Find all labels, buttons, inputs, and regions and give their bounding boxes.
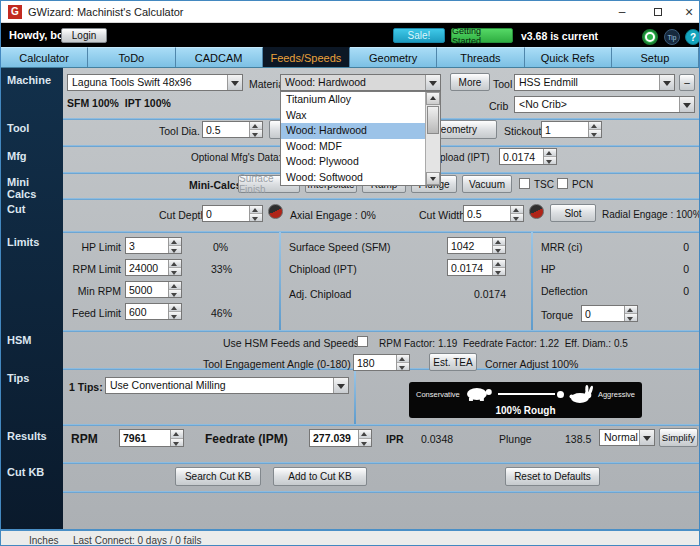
- tip-icon[interactable]: Tip: [664, 29, 680, 45]
- crib-select[interactable]: <No Crib>: [514, 96, 695, 113]
- spin-up-icon[interactable]: [397, 355, 409, 363]
- spin-up-icon[interactable]: [589, 122, 601, 130]
- est-tea-button[interactable]: Est. TEA: [429, 353, 477, 371]
- mode-select[interactable]: Normal: [599, 429, 655, 446]
- cut-width-input[interactable]: [464, 206, 510, 221]
- chevron-down-icon[interactable]: [333, 378, 348, 393]
- chevron-down-icon[interactable]: [227, 75, 242, 90]
- min-rpm-input[interactable]: [126, 282, 168, 297]
- maximize-button[interactable]: [643, 1, 673, 22]
- tool-select[interactable]: HSS Endmill: [514, 74, 675, 91]
- spin-up-icon[interactable]: [169, 238, 181, 246]
- surface-speed-input[interactable]: [448, 238, 492, 253]
- tool-dia-input[interactable]: [203, 122, 249, 137]
- spin-up-icon[interactable]: [169, 304, 181, 312]
- spin-down-icon[interactable]: [511, 214, 523, 221]
- material-option[interactable]: Titanium Alloy: [281, 92, 425, 108]
- rpm-limit-input[interactable]: [126, 260, 168, 275]
- spin-down-icon[interactable]: [493, 246, 505, 253]
- sale-button[interactable]: Sale!: [393, 28, 445, 43]
- close-button[interactable]: ×: [677, 1, 700, 22]
- rpm-result-input[interactable]: [120, 430, 170, 446]
- scroll-down-icon[interactable]: [426, 172, 440, 185]
- mfg-chipload-input[interactable]: [500, 149, 543, 164]
- spin-down-icon[interactable]: [397, 363, 409, 370]
- spin-up-icon[interactable]: [359, 430, 371, 439]
- slider-handle[interactable]: [557, 391, 564, 398]
- tips-select[interactable]: Use Conventional Milling: [105, 377, 349, 394]
- use-hsm-checkbox[interactable]: [357, 336, 368, 347]
- spin-down-icon[interactable]: [625, 314, 637, 321]
- tab-threads[interactable]: Threads: [437, 47, 524, 67]
- material-option[interactable]: Wood: Plywood: [281, 154, 425, 170]
- getting-started-button[interactable]: Getting Started: [451, 28, 513, 43]
- chevron-down-icon[interactable]: [679, 97, 694, 112]
- vacuum-button[interactable]: Vacuum: [462, 175, 512, 193]
- material-select[interactable]: Wood: Hardwood: [280, 74, 441, 91]
- tab-feeds-speeds[interactable]: Feeds/Speeds: [263, 47, 350, 67]
- spin-down-icon[interactable]: [250, 214, 262, 221]
- spin-up-icon[interactable]: [625, 306, 637, 314]
- spin-up-icon[interactable]: [169, 260, 181, 268]
- chevron-down-icon[interactable]: [659, 75, 674, 90]
- pcn-checkbox[interactable]: [557, 178, 568, 189]
- tool-more-button[interactable]: –: [679, 74, 695, 91]
- spin-up-icon[interactable]: [250, 206, 262, 214]
- tab-todo[interactable]: ToDo: [88, 47, 175, 67]
- spin-down-icon[interactable]: [544, 157, 556, 164]
- scroll-up-icon[interactable]: [426, 92, 440, 105]
- spin-down-icon[interactable]: [250, 130, 262, 137]
- material-option-selected[interactable]: Wood: Hardwood: [281, 123, 425, 139]
- add-to-cut-kb-button[interactable]: Add to Cut KB: [273, 467, 367, 486]
- chevron-down-icon[interactable]: [639, 430, 654, 445]
- spin-down-icon[interactable]: [493, 268, 505, 275]
- tab-quick-refs[interactable]: Quick Refs: [525, 47, 612, 67]
- scrollbar-thumb[interactable]: [427, 106, 439, 134]
- spin-down-icon[interactable]: [171, 439, 183, 447]
- tab-geometry[interactable]: Geometry: [350, 47, 437, 67]
- spin-down-icon[interactable]: [589, 130, 601, 137]
- slider-track[interactable]: [498, 393, 556, 395]
- material-option[interactable]: Wood: Softwood: [281, 170, 425, 186]
- reset-defaults-button[interactable]: Reset to Defaults: [505, 467, 600, 486]
- scrollbar-track[interactable]: [426, 135, 440, 172]
- spin-down-icon[interactable]: [169, 246, 181, 253]
- spin-down-icon[interactable]: [169, 312, 181, 319]
- help-icon[interactable]: ?: [685, 29, 700, 45]
- spin-up-icon[interactable]: [493, 238, 505, 246]
- spin-down-icon[interactable]: [359, 439, 371, 447]
- cut-depth-input[interactable]: [203, 206, 249, 221]
- spin-up-icon[interactable]: [493, 260, 505, 268]
- torque-input[interactable]: [582, 306, 624, 321]
- hp-limit-input[interactable]: [126, 238, 168, 253]
- simplify-button[interactable]: Simplify: [659, 428, 698, 447]
- chevron-down-icon[interactable]: [425, 75, 440, 90]
- minimize-button[interactable]: –: [607, 1, 637, 22]
- dropdown-scrollbar[interactable]: [425, 92, 440, 185]
- deflection-value: 0: [651, 285, 689, 297]
- spin-up-icon[interactable]: [250, 122, 262, 130]
- tea-input[interactable]: [354, 355, 396, 370]
- spin-up-icon[interactable]: [169, 282, 181, 290]
- tab-setup[interactable]: Setup: [612, 47, 699, 67]
- material-option[interactable]: Wood: MDF: [281, 139, 425, 155]
- aggressiveness-slider[interactable]: Conservative Aggressive 100% Rough: [409, 382, 642, 418]
- spin-up-icon[interactable]: [511, 206, 523, 214]
- machine-select[interactable]: Laguna Tools Swift 48x96: [67, 74, 243, 91]
- tab-calculator[interactable]: Calculator: [1, 47, 88, 67]
- feedrate-input[interactable]: [310, 430, 358, 446]
- material-option[interactable]: Wax: [281, 108, 425, 124]
- slot-button[interactable]: Slot: [550, 204, 596, 222]
- spin-down-icon[interactable]: [169, 290, 181, 297]
- more-button[interactable]: More: [450, 73, 490, 91]
- login-button[interactable]: Login: [61, 28, 107, 43]
- search-cut-kb-button[interactable]: Search Cut KB: [175, 467, 261, 486]
- spin-down-icon[interactable]: [169, 268, 181, 275]
- chipload-input[interactable]: [448, 260, 492, 275]
- tab-cadcam[interactable]: CADCAM: [176, 47, 263, 67]
- spin-up-icon[interactable]: [544, 149, 556, 157]
- stickout-input[interactable]: [542, 122, 588, 137]
- feed-limit-input[interactable]: [126, 304, 168, 319]
- spin-up-icon[interactable]: [171, 430, 183, 439]
- tsc-checkbox[interactable]: [519, 178, 530, 189]
